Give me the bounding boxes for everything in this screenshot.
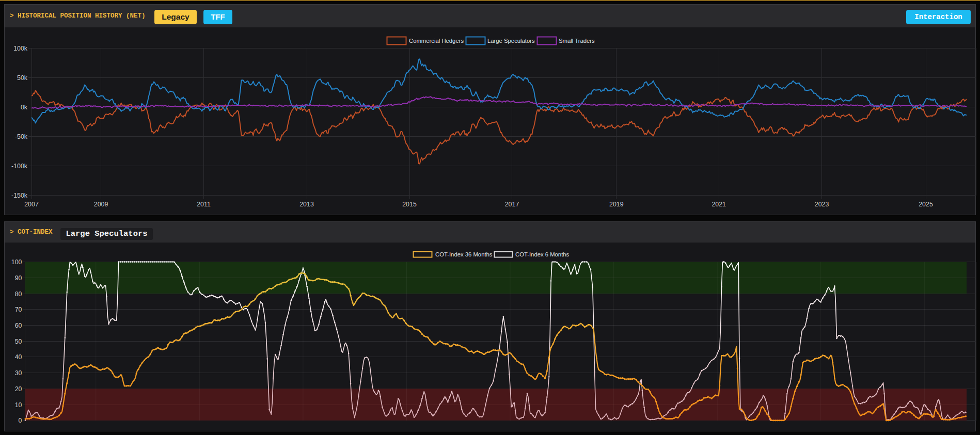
- svg-text:80: 80: [15, 291, 22, 298]
- svg-text:-100k: -100k: [11, 163, 28, 170]
- svg-text:-50k: -50k: [15, 133, 28, 140]
- svg-text:2019: 2019: [609, 201, 624, 208]
- svg-text:0: 0: [19, 417, 22, 424]
- svg-text:2025: 2025: [919, 201, 933, 208]
- svg-text:0k: 0k: [21, 104, 28, 111]
- svg-text:70: 70: [15, 306, 22, 313]
- svg-text:-150k: -150k: [11, 192, 28, 199]
- svg-text:30: 30: [15, 369, 22, 377]
- svg-text:50k: 50k: [17, 74, 28, 82]
- svg-text:COT-Index 6 Months: COT-Index 6 Months: [515, 251, 570, 257]
- svg-text:20: 20: [15, 385, 22, 393]
- svg-text:100k: 100k: [13, 45, 28, 52]
- svg-text:2007: 2007: [24, 201, 39, 208]
- svg-text:2017: 2017: [505, 201, 519, 208]
- svg-text:2023: 2023: [815, 201, 829, 208]
- svg-text:Large Speculators: Large Speculators: [487, 38, 535, 44]
- svg-text:COT-Index 36 Months: COT-Index 36 Months: [435, 251, 493, 257]
- svg-text:Commercial Hedgers: Commercial Hedgers: [409, 38, 464, 44]
- svg-text:2011: 2011: [197, 201, 211, 208]
- svg-text:2009: 2009: [94, 201, 108, 208]
- svg-text:Small Traders: Small Traders: [559, 38, 595, 44]
- svg-text:100: 100: [11, 259, 22, 266]
- svg-text:2013: 2013: [299, 201, 314, 208]
- svg-text:40: 40: [15, 353, 22, 361]
- svg-text:2015: 2015: [402, 201, 417, 208]
- svg-text:2021: 2021: [712, 201, 726, 208]
- svg-text:50: 50: [15, 338, 22, 345]
- svg-text:90: 90: [15, 275, 22, 282]
- svg-text:60: 60: [15, 322, 22, 329]
- svg-text:10: 10: [15, 401, 22, 409]
